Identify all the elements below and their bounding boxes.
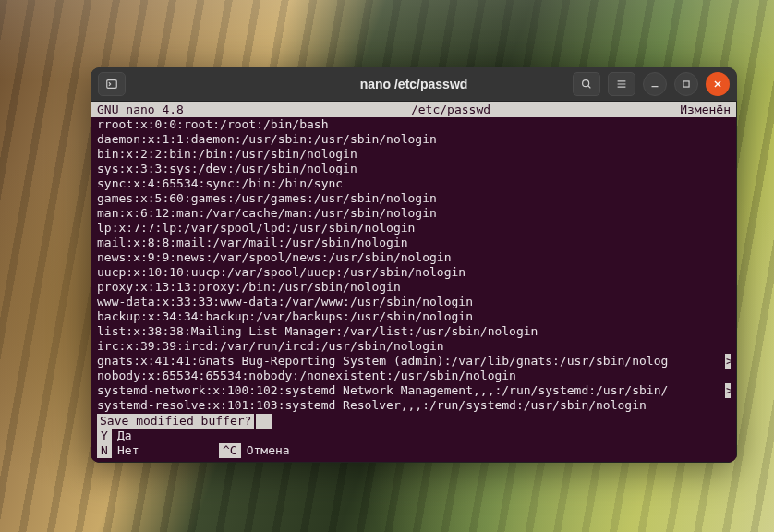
terminal-body[interactable]: GNU nano 4.8 /etc/passwd Изменён rroot:x… <box>91 101 737 463</box>
svg-line-2 <box>588 86 591 89</box>
new-tab-button[interactable] <box>98 72 126 96</box>
file-line: rroot:x:0:0:root:/root:/bin/bash <box>97 117 731 132</box>
nano-prompt: Save modified buffer? <box>97 414 254 429</box>
file-line: mail:x:8:8:mail:/var/mail:/usr/sbin/nolo… <box>97 236 731 250</box>
file-line: games:x:5:60:games:/usr/games:/usr/sbin/… <box>97 191 731 206</box>
search-button[interactable] <box>573 72 600 96</box>
hamburger-icon <box>615 78 628 91</box>
file-line: bin:x:2:2:bin:/bin:/usr/sbin/nologin <box>97 147 731 162</box>
file-line: lp:x:7:7:lp:/var/spool/lpd:/usr/sbin/nol… <box>97 221 731 236</box>
file-line: uucp:x:10:10:uucp:/var/spool/uucp:/usr/s… <box>97 265 731 280</box>
maximize-button[interactable] <box>674 72 698 96</box>
titlebar[interactable]: nano /etc/passwd <box>91 67 737 101</box>
shortcut-key: Y <box>97 429 112 443</box>
shortcut-item[interactable]: NНет <box>97 443 219 458</box>
nano-prompt-cursor[interactable] <box>256 414 272 429</box>
shortcut-item[interactable]: ^CОтмена <box>219 443 341 458</box>
file-line: news:x:9:9:news:/var/spool/news:/usr/sbi… <box>97 250 731 265</box>
nano-status: Изменён <box>638 103 731 117</box>
nano-prompt-row: Save modified buffer? <box>91 413 736 429</box>
file-line: gnats:x:41:41:Gnats Bug-Reporting System… <box>97 354 731 369</box>
file-line: man:x:6:12:man:/var/cache/man:/usr/sbin/… <box>97 206 731 221</box>
file-line: sync:x:4:65534:sync:/bin:/bin/sync <box>97 176 731 191</box>
minimize-button[interactable] <box>643 72 667 96</box>
search-icon <box>580 78 593 91</box>
shortcut-key: N <box>97 443 112 458</box>
terminal-tab-icon <box>105 78 118 91</box>
svg-rect-7 <box>683 81 689 87</box>
nano-filename: /etc/passwd <box>263 103 638 117</box>
file-line: list:x:38:38:Mailing List Manager:/var/l… <box>97 324 731 339</box>
minimize-icon <box>648 78 661 91</box>
file-line: nobody:x:65534:65534:nobody:/nonexistent… <box>97 369 731 383</box>
file-line: systemd-network:x:100:102:systemd Networ… <box>97 383 731 398</box>
nano-version: GNU nano 4.8 <box>97 103 263 117</box>
file-line: sys:x:3:3:sys:/dev:/usr/sbin/nologin <box>97 162 731 176</box>
menu-button[interactable] <box>608 72 635 96</box>
close-button[interactable] <box>706 72 730 96</box>
shortcut-label: Нет <box>117 443 139 458</box>
maximize-icon <box>680 78 693 91</box>
terminal-window: nano /etc/passwd GNU nano 4.8 /etc/passw… <box>91 67 737 463</box>
shortcut-item[interactable]: YДа <box>97 429 219 443</box>
nano-shortcuts: YДа NНет^CОтмена <box>91 429 736 462</box>
svg-rect-0 <box>107 80 117 89</box>
shortcut-label: Отмена <box>247 443 290 458</box>
file-line: backup:x:34:34:backup:/var/backups:/usr/… <box>97 309 731 324</box>
close-icon <box>711 78 724 91</box>
file-line: daemon:x:1:1:daemon:/usr/sbin:/usr/sbin/… <box>97 132 731 147</box>
file-line: systemd-resolve:x:101:103:systemd Resolv… <box>97 398 731 413</box>
svg-point-1 <box>583 80 589 87</box>
nano-header: GNU nano 4.8 /etc/passwd Изменён <box>91 102 736 117</box>
file-line: www-data:x:33:33:www-data:/var/www:/usr/… <box>97 295 731 309</box>
shortcut-label: Да <box>117 429 132 443</box>
file-line: irc:x:39:39:ircd:/var/run/ircd:/usr/sbin… <box>97 339 731 354</box>
file-line: proxy:x:13:13:proxy:/bin:/usr/sbin/nolog… <box>97 280 731 295</box>
file-content: rroot:x:0:0:root:/root:/bin/bashdaemon:x… <box>91 117 736 413</box>
shortcut-key: ^C <box>219 443 241 458</box>
